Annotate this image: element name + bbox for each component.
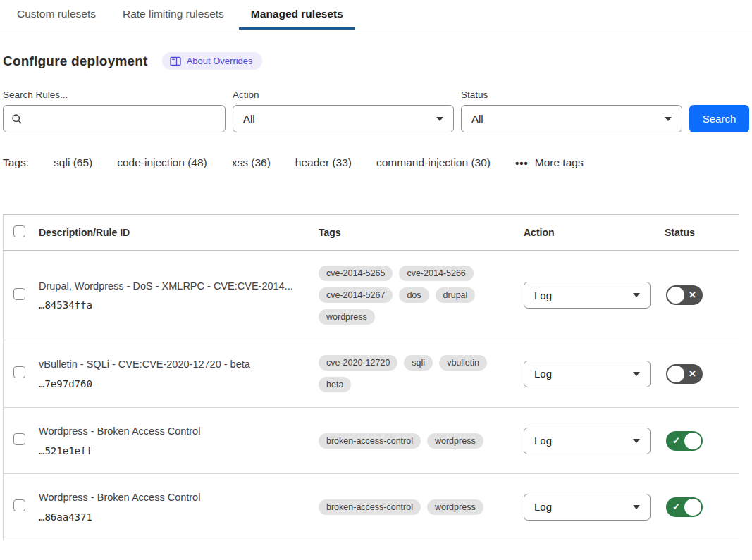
- rule-description: vBulletin - SQLi - CVE:CVE-2020-12720 - …: [39, 358, 300, 372]
- status-filter-value: All: [471, 113, 483, 125]
- search-rules-label: Search Rules...: [3, 89, 226, 100]
- rule-tags: cve-2014-5265cve-2014-5266cve-2014-5267d…: [319, 266, 489, 325]
- chevron-down-icon: [633, 505, 640, 509]
- rule-id: …86aa4371: [39, 511, 300, 523]
- col-description: Description/Rule ID: [39, 227, 319, 238]
- chevron-down-icon: [633, 372, 640, 376]
- rule-description: Drupal, Wordpress - DoS - XMLRPC - CVE:C…: [39, 280, 300, 294]
- book-icon: [170, 56, 181, 66]
- tag-pill: wordpress: [427, 499, 483, 515]
- tag-pill: wordpress: [427, 433, 483, 449]
- tag-pill: cve-2020-12720: [319, 355, 397, 371]
- rule-tags: broken-access-controlwordpress: [319, 499, 489, 515]
- about-overrides-badge[interactable]: About Overrides: [162, 52, 262, 70]
- table-row: Wordpress - Broken Access Control …86aa4…: [4, 474, 739, 540]
- page-title: Configure deployment: [3, 54, 148, 69]
- action-filter-label: Action: [233, 89, 454, 100]
- rule-action-select[interactable]: Log: [524, 361, 651, 387]
- rule-status-toggle[interactable]: ✕: [666, 364, 703, 384]
- tag-filter-link[interactable]: xss (36): [232, 156, 271, 169]
- tag-pill: dos: [399, 287, 429, 303]
- rule-tags: broken-access-controlwordpress: [319, 433, 489, 449]
- table-row: Drupal, Wordpress - DoS - XMLRPC - CVE:C…: [4, 251, 739, 340]
- tag-filter-link[interactable]: command-injection (30): [376, 156, 491, 169]
- action-filter-value: All: [243, 113, 255, 125]
- tag-pill: cve-2014-5265: [319, 266, 393, 281]
- rule-action-value: Log: [534, 290, 552, 301]
- status-filter-label: Status: [461, 89, 682, 100]
- tag-pill: vbulletin: [439, 355, 487, 371]
- tag-pill: drupal: [436, 287, 476, 303]
- rule-tags: cve-2020-12720sqlivbulletinbeta: [319, 355, 489, 392]
- rule-status-toggle[interactable]: ✓: [666, 497, 703, 517]
- table-row: vBulletin - SQLi - CVE:CVE-2020-12720 - …: [4, 340, 739, 408]
- x-icon: ✕: [689, 364, 696, 384]
- toggle-knob: [684, 433, 701, 449]
- toggle-knob: [684, 499, 701, 516]
- table-row: Wordpress - Broken Access Control …521e1…: [4, 408, 739, 474]
- rule-action-select[interactable]: Log: [524, 282, 651, 309]
- toggle-knob: [667, 366, 684, 382]
- tag-pill: cve-2014-5266: [399, 266, 473, 281]
- tag-pill: broken-access-control: [319, 433, 421, 449]
- search-button[interactable]: Search: [689, 105, 749, 132]
- toggle-knob: [667, 287, 684, 304]
- rule-action-value: Log: [534, 435, 552, 447]
- tag-pill: broken-access-control: [319, 499, 421, 515]
- tag-filter-link[interactable]: sqli (65): [54, 156, 92, 169]
- more-tags-label: More tags: [535, 156, 584, 169]
- tab-managed-rulesets[interactable]: Managed rulesets: [251, 1, 343, 30]
- col-action: Action: [524, 227, 665, 238]
- tag-filter-link[interactable]: code-injection (48): [117, 156, 207, 169]
- row-checkbox[interactable]: [13, 366, 25, 378]
- chevron-down-icon: [633, 293, 640, 297]
- tag-pill: wordpress: [319, 309, 375, 325]
- managed-rules-table: Description/Rule ID Tags Action Status D…: [3, 214, 739, 540]
- chevron-down-icon: [633, 439, 640, 443]
- tag-filter-link[interactable]: header (33): [295, 156, 352, 169]
- ruleset-tabbar: Custom rulesets Rate limiting rulesets M…: [0, 0, 752, 30]
- table-header-row: Description/Rule ID Tags Action Status: [4, 215, 739, 251]
- tab-rate-limiting-rulesets[interactable]: Rate limiting rulesets: [123, 1, 224, 30]
- row-checkbox[interactable]: [13, 499, 25, 511]
- tags-bar-label: Tags:: [3, 156, 29, 169]
- chevron-down-icon: [436, 117, 443, 121]
- row-checkbox[interactable]: [13, 288, 25, 300]
- status-filter-select[interactable]: All: [461, 105, 682, 132]
- tag-pill: cve-2014-5267: [319, 287, 393, 303]
- rule-id: …7e97d760: [39, 378, 300, 390]
- select-all-checkbox[interactable]: [13, 225, 25, 237]
- rule-id: …84534ffa: [39, 299, 300, 311]
- tag-pill: beta: [319, 377, 351, 392]
- rule-action-select[interactable]: Log: [524, 494, 651, 521]
- action-filter-select[interactable]: All: [233, 105, 454, 132]
- x-icon: ✕: [689, 285, 696, 305]
- rule-status-toggle[interactable]: ✓: [666, 431, 703, 451]
- tab-custom-rulesets[interactable]: Custom rulesets: [17, 1, 96, 30]
- rule-description: Wordpress - Broken Access Control: [39, 425, 300, 439]
- rule-status-toggle[interactable]: ✕: [666, 285, 703, 305]
- chevron-down-icon: [665, 117, 672, 121]
- check-icon: ✓: [672, 497, 680, 517]
- rule-id: …521e1eff: [39, 445, 300, 456]
- search-rules-input[interactable]: [3, 105, 226, 132]
- rule-action-value: Log: [534, 368, 552, 380]
- check-icon: ✓: [672, 431, 680, 451]
- rule-description: Wordpress - Broken Access Control: [39, 491, 300, 505]
- tag-pill: sqli: [404, 355, 433, 371]
- row-checkbox[interactable]: [13, 433, 25, 445]
- rule-action-value: Log: [534, 501, 552, 513]
- about-overrides-label: About Overrides: [187, 56, 253, 66]
- col-tags: Tags: [319, 227, 524, 238]
- rule-action-select[interactable]: Log: [524, 428, 651, 454]
- more-tags-button[interactable]: ••• More tags: [515, 156, 584, 169]
- ellipsis-icon: •••: [515, 158, 529, 168]
- col-status: Status: [665, 227, 739, 238]
